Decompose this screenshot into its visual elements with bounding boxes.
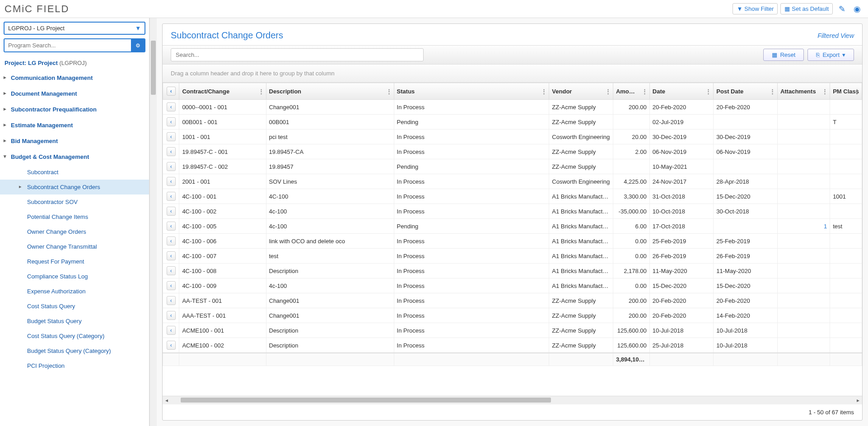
column-header[interactable]: Contract/Change⋮ (179, 83, 266, 100)
column-header[interactable]: Date⋮ (649, 83, 714, 100)
column-header[interactable]: PM Class⋮ (830, 83, 862, 100)
column-header[interactable]: Status⋮ (394, 83, 549, 100)
nav-item[interactable]: Document Management (0, 86, 149, 102)
expand-row-button[interactable]: ‹ (167, 117, 176, 126)
table-row[interactable]: ‹AAA-TEST - 001Change001In ProcessZZ-Acm… (163, 308, 862, 323)
cell-date: 25-Jul-2018 (649, 338, 714, 353)
expand-row-button[interactable]: ‹ (167, 177, 176, 186)
expand-row-button[interactable]: ‹ (167, 132, 176, 141)
group-by-hint[interactable]: Drag a column header and drop it here to… (163, 65, 862, 83)
nav-item[interactable]: Communication Management (0, 70, 149, 86)
expand-row-button[interactable]: ‹ (167, 281, 176, 290)
expand-row-button[interactable]: ‹ (167, 341, 176, 350)
expand-row-button[interactable]: ‹ (167, 192, 176, 201)
chevron-down-icon: ▾ (842, 51, 845, 58)
expand-row-button[interactable]: ‹ (167, 207, 176, 216)
column-header[interactable]: Attachments⋮ (777, 83, 830, 100)
nav-item[interactable]: Subcontractor Prequalification (0, 102, 149, 117)
project-selector-value: LGPROJ - LG Project (8, 25, 65, 32)
sidebar-sub-item[interactable]: Cost Status Query (Category) (0, 329, 149, 343)
table-row[interactable]: ‹4C-100 - 007testIn ProcessA1 Bricks Man… (163, 249, 862, 264)
expand-row-button[interactable]: ‹ (167, 147, 176, 156)
table-row[interactable]: ‹4C-100 - 0024c-100In ProcessA1 Bricks M… (163, 204, 862, 219)
sidebar-sub-item[interactable]: Potential Change Items (0, 209, 149, 224)
project-selector[interactable]: LGPROJ - LG Project ▼ (4, 22, 145, 35)
scroll-right-icon[interactable]: ▸ (854, 396, 862, 404)
sidebar-scrollbar[interactable] (149, 18, 157, 426)
expand-row-button[interactable]: ‹ (167, 326, 176, 335)
nav-item[interactable]: Estimate Management (0, 117, 149, 133)
expand-row-button[interactable]: ‹ (167, 311, 176, 320)
sidebar-sub-item[interactable]: Request For Payment (0, 254, 149, 269)
cell-date: 26-Feb-2019 (649, 249, 714, 264)
cell-postdate: 10-Jul-2018 (714, 338, 778, 353)
table-row[interactable]: ‹0000--0001 - 001Change001In ProcessZZ-A… (163, 100, 862, 115)
table-row[interactable]: ‹00B001 - 00100B001PendingZZ-Acme Supply… (163, 115, 862, 130)
table-row[interactable]: ‹1001 - 001pci testIn ProcessCosworth En… (163, 130, 862, 144)
expand-all-header[interactable]: ‹ (163, 83, 179, 100)
cell-vendor: ZZ-Acme Supply (549, 338, 613, 353)
show-filter-button[interactable]: ▼Show Filter (733, 3, 778, 14)
program-search-input[interactable] (5, 39, 131, 51)
cell-status: In Process (394, 100, 549, 115)
table-row[interactable]: ‹4C-100 - 0094c-100In ProcessA1 Bricks M… (163, 278, 862, 293)
table-row[interactable]: ‹4C-100 - 008DescriptionIn ProcessA1 Bri… (163, 264, 862, 278)
column-menu-icon[interactable]: ⋮ (386, 88, 392, 95)
column-menu-icon[interactable]: ⋮ (642, 88, 648, 95)
table-row[interactable]: ‹ACME100 - 002DescriptionIn ProcessZZ-Ac… (163, 338, 862, 353)
expand-row-button[interactable]: ‹ (167, 236, 176, 245)
table-row[interactable]: ‹4C-100 - 0014C-100In ProcessA1 Bricks M… (163, 189, 862, 204)
expand-row-button[interactable]: ‹ (167, 222, 176, 231)
column-menu-icon[interactable]: ⋮ (705, 88, 711, 95)
cell-postdate: 28-Apr-2018 (714, 174, 778, 189)
expand-row-button[interactable]: ‹ (167, 251, 176, 260)
column-header[interactable]: Description⋮ (266, 83, 394, 100)
scroll-left-icon[interactable]: ◂ (163, 396, 171, 404)
horizontal-scrollbar[interactable]: ◂ ▸ (163, 396, 862, 404)
sidebar-sub-item[interactable]: Budget Status Query (Category) (0, 343, 149, 358)
sidebar-sub-item[interactable]: Subcontract Change Orders (0, 180, 149, 194)
column-header[interactable]: Amo…⋮ (613, 83, 649, 100)
table-row[interactable]: ‹19.89457-C - 00119.89457-CAIn ProcessZZ… (163, 144, 862, 159)
expand-row-button[interactable]: ‹ (167, 162, 176, 171)
reset-button[interactable]: ▦Reset (763, 49, 804, 61)
column-menu-icon[interactable]: ⋮ (854, 88, 860, 95)
attachment-link[interactable]: 1 (780, 223, 827, 230)
column-header[interactable]: Vendor⋮ (549, 83, 613, 100)
set-default-button[interactable]: ▦Set as Default (780, 3, 833, 14)
sidebar-sub-item[interactable]: Compliance Status Log (0, 269, 149, 284)
sidebar-sub-item[interactable]: Subcontract (0, 165, 149, 180)
table-row[interactable]: ‹2001 - 001SOV LinesIn ProcessCosworth E… (163, 174, 862, 189)
sidebar-sub-item[interactable]: Expense Authorization (0, 284, 149, 299)
expand-row-button[interactable]: ‹ (167, 102, 176, 111)
column-menu-icon[interactable]: ⋮ (258, 88, 264, 95)
search-settings-button[interactable]: ⚙ (131, 39, 145, 51)
table-row[interactable]: ‹AA-TEST - 001Change001In ProcessZZ-Acme… (163, 293, 862, 308)
column-menu-icon[interactable]: ⋮ (822, 88, 828, 95)
table-row[interactable]: ‹4C-100 - 006link with OCO and delete oc… (163, 234, 862, 249)
nav-item[interactable]: Budget & Cost Management (0, 149, 149, 165)
sidebar-sub-item[interactable]: Owner Change Orders (0, 224, 149, 239)
nav-item[interactable]: Bid Management (0, 133, 149, 149)
cell-date: 11-May-2020 (649, 264, 714, 278)
column-menu-icon[interactable]: ⋮ (541, 88, 547, 95)
sidebar-sub-item[interactable]: Cost Status Query (0, 299, 149, 314)
export-button[interactable]: ⎘Export▾ (807, 49, 854, 61)
expand-row-button[interactable]: ‹ (167, 296, 176, 305)
column-menu-icon[interactable]: ⋮ (605, 88, 611, 95)
table-row[interactable]: ‹ACME100 - 001DescriptionIn ProcessZZ-Ac… (163, 323, 862, 338)
sidebar-sub-item[interactable]: PCI Projection (0, 358, 149, 373)
user-icon[interactable]: ◉ (851, 3, 863, 15)
sidebar-sub-item[interactable]: Subcontractor SOV (0, 194, 149, 209)
column-header[interactable]: Post Date⋮ (714, 83, 778, 100)
column-menu-icon[interactable]: ⋮ (770, 88, 775, 95)
table-search-input[interactable] (171, 48, 424, 61)
expand-row-button[interactable]: ‹ (167, 266, 176, 275)
sidebar-sub-item[interactable]: Owner Change Transmittal (0, 239, 149, 254)
sidebar-sub-item[interactable]: Budget Status Query (0, 314, 149, 329)
table-row[interactable]: ‹19.89457-C - 00219.89457PendingZZ-Acme … (163, 159, 862, 174)
table-row[interactable]: ‹4C-100 - 0054c-100PendingA1 Bricks Manu… (163, 219, 862, 234)
edit-icon[interactable]: ✎ (835, 3, 848, 15)
filtered-view-label[interactable]: Filtered View (817, 32, 854, 39)
cell-contract: 0000--0001 - 001 (179, 100, 266, 115)
